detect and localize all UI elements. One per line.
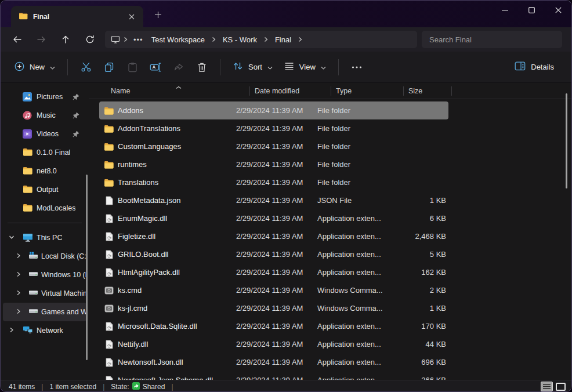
sidebar-item-label: ModLocales	[37, 204, 75, 212]
chevron-right-icon[interactable]	[121, 37, 130, 42]
sidebar-item-network[interactable]: Network	[3, 321, 86, 340]
file-row-ks-cmd[interactable]: ks.cmd2/29/2024 11:39 AMWindows Comma...…	[99, 281, 448, 299]
items-count: 41 items	[9, 383, 35, 391]
search-box[interactable]	[422, 31, 562, 48]
new-tab-button[interactable]	[150, 7, 165, 22]
chevron-right-icon[interactable]	[262, 37, 270, 42]
back-button[interactable]	[6, 30, 27, 49]
sidebar-item-output[interactable]: Output	[3, 180, 86, 199]
file-name: CustomLanguages	[118, 142, 181, 151]
file-row-translations[interactable]: Translations2/29/2024 11:39 AMFile folde…	[99, 173, 448, 191]
chevron-right-icon[interactable]	[16, 290, 21, 296]
chevron-right-icon[interactable]	[16, 253, 21, 259]
file-name-cell: Newtonsoft.Json.dll	[99, 358, 236, 367]
file-name-cell: AddonTranslations	[99, 124, 236, 133]
chevron-down-icon[interactable]	[9, 234, 15, 240]
sidebar: PicturesMusicVideos0.1.0 Finalnet8.0Outp…	[1, 83, 89, 380]
file-row-bootmetadata-json[interactable]: BootMetadata.json2/29/2024 11:39 AMJSON …	[99, 191, 448, 209]
tab-final[interactable]: Final	[11, 6, 143, 27]
file-row-htmlagilitypack-dll[interactable]: HtmlAgilityPack.dll2/29/2024 11:39 AMApp…	[99, 263, 448, 281]
dll-file-icon	[104, 376, 114, 380]
sidebar-item-music[interactable]: Music	[3, 106, 86, 125]
details-view-toggle[interactable]	[541, 382, 553, 391]
file-name: HtmlAgilityPack.dll	[118, 268, 180, 277]
details-pane-button[interactable]: Details	[509, 57, 560, 77]
file-row-microsoft-data-sqlite-dll[interactable]: Microsoft.Data.Sqlite.dll2/29/2024 11:39…	[99, 317, 448, 335]
more-button[interactable]	[345, 57, 368, 78]
tab-close-icon[interactable]	[125, 10, 139, 24]
file-list-scrollbar[interactable]	[566, 93, 567, 188]
file-size: 170 KB	[393, 322, 448, 331]
file-row-addontranslations[interactable]: AddonTranslations2/29/2024 11:39 AMFile …	[99, 119, 448, 137]
sidebar-item-net8-0[interactable]: net8.0	[3, 162, 86, 180]
chevron-right-icon[interactable]	[16, 308, 21, 314]
column-header-date-modified[interactable]: Date modified	[250, 83, 331, 99]
breadcrumb-ks-work[interactable]: KS - Work	[218, 34, 262, 46]
minimize-button[interactable]	[491, 1, 518, 20]
sidebar-item-label: Virtual Machin	[41, 289, 87, 297]
chevron-right-icon[interactable]	[16, 271, 21, 277]
sort-button[interactable]: Sort	[227, 57, 278, 77]
breadcrumb-final[interactable]: Final	[270, 34, 296, 46]
column-header-size[interactable]: Size	[404, 83, 452, 99]
dll-file-icon	[104, 358, 114, 367]
sidebar-item-pictures[interactable]: Pictures	[3, 88, 86, 106]
search-input[interactable]	[422, 35, 562, 45]
breadcrumb-overflow-button[interactable]: •••	[130, 35, 147, 44]
close-button[interactable]	[545, 1, 571, 20]
paste-button[interactable]	[121, 57, 144, 78]
sidebar-scrollbar[interactable]	[86, 175, 88, 360]
sidebar-item-videos[interactable]: Videos	[3, 125, 86, 143]
maximize-button[interactable]	[518, 1, 545, 20]
file-row-customlanguages[interactable]: CustomLanguages2/29/2024 11:39 AMFile fo…	[99, 137, 448, 155]
sidebar-item-windows-10-d[interactable]: Windows 10 (D	[3, 266, 86, 284]
dll-file-icon	[104, 250, 114, 259]
file-row-newtonsoft-json-schema-dll[interactable]: Newtonsoft.Json.Schema.dll2/29/2024 11:3…	[99, 371, 448, 380]
rename-button[interactable]	[144, 57, 167, 78]
file-row-figletize-dll[interactable]: Figletize.dll2/29/2024 11:39 AMApplicati…	[99, 227, 448, 245]
refresh-button[interactable]	[79, 30, 100, 49]
sidebar-item-local-disk-c[interactable]: Local Disk (C:)	[3, 247, 86, 266]
column-header-name[interactable]: Name	[89, 83, 250, 99]
breadcrumb-test-workspace[interactable]: Test Workspace	[147, 34, 209, 46]
status-divider: |	[103, 383, 104, 391]
file-row-runtimes[interactable]: runtimes2/29/2024 11:39 AMFile folder	[99, 155, 448, 173]
this-pc-icon[interactable]	[111, 35, 120, 43]
view-button[interactable]: View	[278, 57, 332, 77]
column-header-type[interactable]: Type	[331, 83, 404, 99]
up-button[interactable]	[55, 30, 76, 49]
file-type: Windows Comma...	[317, 286, 393, 295]
file-row-grilo-boot-dll[interactable]: GRILO.Boot.dll2/29/2024 11:39 AMApplicat…	[99, 245, 448, 263]
file-row-enummagic-dll[interactable]: EnumMagic.dll2/29/2024 11:39 AMApplicati…	[99, 209, 448, 227]
file-row-addons[interactable]: Addons2/29/2024 11:39 AMFile folder	[99, 101, 448, 119]
sidebar-item-virtual-machin[interactable]: Virtual Machin	[3, 284, 86, 303]
pin-icon	[73, 112, 79, 119]
file-row-ks-jl-cmd[interactable]: ks-jl.cmd2/29/2024 11:39 AMWindows Comma…	[99, 299, 448, 317]
sort-arrows-icon	[233, 61, 243, 72]
file-date: 2/29/2024 11:39 AM	[236, 376, 317, 380]
icons-view-toggle[interactable]	[556, 383, 566, 391]
sidebar-item-this-pc[interactable]: This PC	[3, 228, 86, 247]
sidebar-item-label: Network	[37, 326, 63, 335]
copy-button[interactable]	[97, 57, 121, 78]
plus-circle-icon	[15, 61, 24, 73]
sidebar-item-0-1-0-final[interactable]: 0.1.0 Final	[3, 143, 86, 162]
chevron-right-icon[interactable]	[209, 37, 218, 42]
file-row-nettify-dll[interactable]: Nettify.dll2/29/2024 11:39 AMApplication…	[99, 335, 448, 353]
view-lines-icon	[284, 62, 294, 72]
forward-button[interactable]	[31, 30, 52, 49]
cut-button[interactable]	[74, 57, 97, 78]
delete-button[interactable]	[190, 57, 213, 78]
file-type: File folder	[317, 124, 393, 133]
state-value: Shared	[143, 383, 165, 391]
command-bar: New Sort View Details	[1, 52, 571, 83]
file-name-cell: HtmlAgilityPack.dll	[99, 268, 236, 277]
sidebar-item-modlocales[interactable]: ModLocales	[3, 199, 86, 217]
file-row-newtonsoft-json-dll[interactable]: Newtonsoft.Json.dll2/29/2024 11:39 AMApp…	[99, 353, 448, 371]
sidebar-item-games-and-wo[interactable]: Games and Wo	[3, 303, 86, 321]
chevron-right-icon[interactable]	[296, 37, 305, 42]
chevron-right-icon[interactable]	[9, 327, 15, 333]
new-button[interactable]: New	[9, 57, 61, 78]
pin-icon	[73, 93, 79, 100]
share-button[interactable]	[167, 57, 190, 78]
